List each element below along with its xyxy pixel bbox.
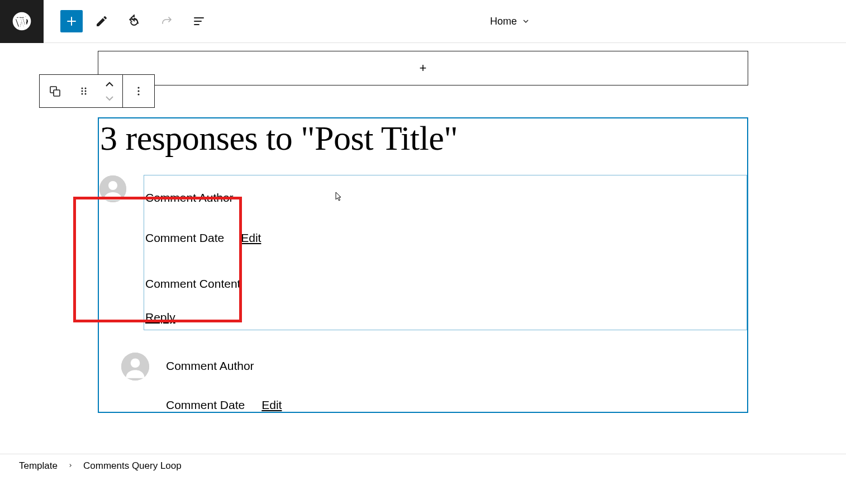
wordpress-logo[interactable] — [0, 0, 44, 43]
svg-point-15 — [137, 93, 139, 95]
comment-author[interactable]: Comment Author — [145, 191, 745, 205]
chevron-up-icon — [103, 78, 116, 91]
document-dropdown[interactable]: Home — [490, 16, 530, 27]
comment-date[interactable]: Comment Date — [145, 231, 224, 245]
list-view-icon[interactable] — [186, 8, 212, 35]
breadcrumb-template[interactable]: Template — [19, 460, 58, 472]
plus-icon: + — [420, 61, 427, 75]
chevron-down-icon — [521, 17, 530, 26]
block-toolbar — [39, 74, 155, 108]
comment-date[interactable]: Comment Date — [166, 398, 245, 412]
comment-template-block[interactable]: Comment Author Comment Date Edit Comment… — [144, 175, 747, 330]
block-breadcrumb: Template Comments Query Loop — [0, 454, 846, 477]
comments-query-loop-block[interactable]: 3 responses to "Post Title" Comment Auth… — [98, 117, 748, 413]
top-toolbar: Home — [0, 0, 846, 43]
comment-nested[interactable]: Comment Author Comment Date Edit — [99, 353, 747, 412]
svg-point-13 — [137, 87, 139, 88]
chevron-down-icon — [103, 92, 116, 105]
svg-point-2 — [108, 181, 117, 190]
comment-edit-link[interactable]: Edit — [241, 231, 261, 245]
svg-point-8 — [85, 88, 87, 89]
svg-point-9 — [82, 91, 83, 92]
avatar — [121, 353, 149, 381]
move-up-down[interactable] — [97, 75, 122, 107]
svg-rect-6 — [54, 90, 60, 96]
mouse-cursor-icon — [335, 192, 344, 201]
comment-edit-link[interactable]: Edit — [262, 398, 282, 412]
block-appender[interactable]: + — [98, 51, 748, 85]
comment-author[interactable]: Comment Author — [166, 353, 747, 373]
svg-point-7 — [82, 88, 83, 89]
breadcrumb-current[interactable]: Comments Query Loop — [83, 460, 182, 472]
comment-content[interactable]: Comment Content — [145, 277, 745, 291]
chevron-right-icon — [68, 462, 73, 470]
undo-icon[interactable] — [121, 8, 148, 35]
comments-title[interactable]: 3 responses to "Post Title" — [99, 118, 747, 175]
svg-point-14 — [137, 90, 139, 92]
drag-handle-icon[interactable] — [71, 75, 97, 107]
svg-point-12 — [85, 93, 87, 95]
redo-icon[interactable] — [153, 8, 180, 35]
document-label: Home — [490, 16, 517, 27]
avatar — [99, 175, 126, 202]
block-type-icon[interactable] — [40, 75, 71, 107]
svg-point-4 — [131, 358, 140, 368]
comment-reply-link[interactable]: Reply — [145, 311, 175, 324]
add-block-button[interactable] — [60, 10, 83, 32]
svg-point-11 — [82, 93, 83, 95]
more-options-icon[interactable] — [123, 75, 154, 107]
edit-icon[interactable] — [88, 8, 115, 35]
svg-point-10 — [85, 91, 87, 92]
